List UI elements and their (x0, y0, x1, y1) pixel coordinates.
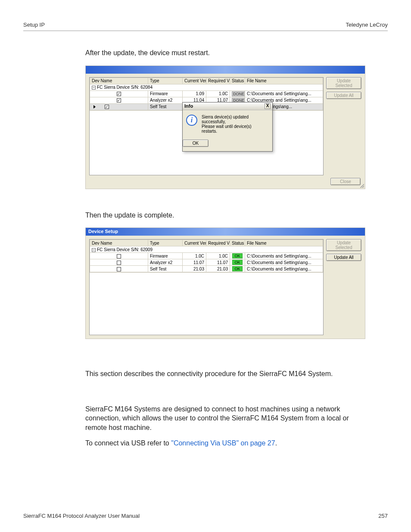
col-dev-name[interactable]: Dev Name (90, 240, 148, 246)
screenshot-update-complete: Device Setup Dev Name Type Current Ver R… (85, 227, 365, 339)
resize-grip-icon[interactable] (359, 183, 364, 188)
info-icon: i (186, 115, 197, 126)
cell-required: 1.0C (206, 90, 230, 97)
col-file[interactable]: File Name (245, 240, 323, 246)
body-paragraph: Then the update is complete. (85, 211, 371, 220)
dialog-line: Please wait until device(s) restarts. (202, 124, 268, 134)
status-badge: OK (232, 253, 242, 258)
checkbox-icon[interactable] (117, 267, 121, 271)
update-all-button[interactable]: Update All (326, 254, 361, 261)
dialog-ok-button[interactable]: OK (183, 140, 209, 147)
group-label: FC Sierra Device S/N: 62084 (97, 85, 153, 90)
link-connecting-via-usb[interactable]: "Connecting Via USB" on page 27 (171, 439, 275, 447)
col-current[interactable]: Current Ver (183, 240, 206, 246)
col-required[interactable]: Required Ver (206, 240, 230, 246)
page-header: Setup IP Teledyne LeCroy (23, 22, 388, 31)
window-titlebar: Device Setup (86, 228, 365, 236)
checkbox-icon[interactable]: ✓ (105, 105, 109, 109)
cell-type: Self Test (148, 266, 183, 272)
dialog-text: Sierra device(s) updated successfully, P… (202, 115, 268, 134)
info-dialog: Info X i Sierra device(s) updated succes… (182, 102, 273, 152)
text-span: To connect via USB refer to (85, 439, 171, 447)
footer-left: SierraFC M164 Protocol Analyzer User Man… (23, 513, 140, 519)
text-span: . (275, 439, 277, 447)
cell-current: 11.07 (183, 259, 206, 266)
col-type[interactable]: Type (148, 78, 183, 84)
col-required[interactable]: Required Ver (206, 78, 230, 84)
cell-required: 21.03 (206, 266, 230, 272)
checkbox-icon[interactable] (117, 261, 121, 265)
status-badge: DONE (232, 91, 245, 96)
body-paragraph: This section describes the connectivity … (85, 369, 371, 379)
col-status[interactable]: Status (230, 78, 245, 84)
header-left: Setup IP (23, 22, 45, 28)
cell-file: C:\Documents and Settings\ang... (245, 253, 323, 259)
cell-type: Self Test (148, 103, 183, 110)
cell-file: C:\Documents and Settings\ang... (245, 266, 323, 272)
footer-page-number: 257 (378, 513, 388, 519)
status-badge: OK (232, 260, 242, 265)
dialog-close-icon[interactable]: X (265, 103, 271, 109)
cell-required: 1.0C (206, 253, 230, 259)
row-indicator-icon (93, 105, 96, 109)
table-row[interactable]: Self Test 21.03 21.03 OK C:\Documents an… (90, 266, 323, 272)
close-button[interactable]: Close (330, 178, 361, 185)
col-file[interactable]: File Name (245, 78, 323, 84)
cell-current: 1.0C (183, 253, 206, 259)
cell-type: Analyzer x2 (148, 259, 183, 266)
body-paragraph: SierraFC M164 Systems are designed to co… (85, 404, 371, 432)
group-label: FC Sierra Device S/N: 62009 (97, 247, 153, 252)
dialog-line: Sierra device(s) updated successfully, (202, 115, 268, 124)
checkbox-icon[interactable]: ✓ (117, 92, 121, 96)
cell-type: Analyzer x2 (148, 97, 183, 103)
col-dev-name[interactable]: Dev Name (90, 78, 148, 84)
checkbox-icon[interactable]: ✓ (117, 98, 121, 103)
update-all-button[interactable]: Update All (326, 92, 361, 99)
cell-file: C:\Documents and Settings\ang... (245, 259, 323, 266)
cell-current: 21.03 (183, 266, 206, 272)
tree-collapse-icon[interactable]: − (92, 86, 96, 90)
checkbox-icon[interactable] (117, 254, 121, 258)
screenshot-update-restart: Dev Name Type Current Ver Required Ver S… (85, 65, 365, 189)
table-group-row[interactable]: −FC Sierra Device S/N: 62084 (90, 84, 323, 90)
cell-type: Firmware (148, 90, 183, 97)
col-current[interactable]: Current Ver (183, 78, 206, 84)
table-group-row[interactable]: −FC Sierra Device S/N: 62009 (90, 246, 323, 253)
window-titlebar (86, 66, 365, 74)
body-paragraph: After the update, the device must restar… (85, 48, 371, 58)
update-selected-button[interactable]: Update Selected (326, 77, 361, 89)
status-badge: OK (232, 266, 242, 271)
cell-current: 1.09 (183, 90, 206, 97)
table-row[interactable]: Firmware 1.0C 1.0C OK C:\Documents and S… (90, 253, 323, 259)
cell-required: 11.07 (206, 259, 230, 266)
dialog-title: Info (184, 103, 193, 109)
page-footer: SierraFC M164 Protocol Analyzer User Man… (23, 513, 388, 519)
tree-collapse-icon[interactable]: − (92, 248, 96, 252)
cell-type: Firmware (148, 253, 183, 259)
col-status[interactable]: Status (230, 240, 245, 246)
header-right: Teledyne LeCroy (346, 22, 388, 28)
table-row[interactable]: Analyzer x2 11.07 11.07 OK C:\Documents … (90, 259, 323, 266)
body-paragraph: To connect via USB refer to "Connecting … (85, 439, 371, 448)
cell-file: C:\Documents and Settings\ang... (245, 90, 323, 97)
col-type[interactable]: Type (148, 240, 183, 246)
table-row[interactable]: ✓ Firmware 1.09 1.0C DONE C:\Documents a… (90, 90, 323, 97)
update-selected-button[interactable]: Update Selected (326, 239, 361, 251)
